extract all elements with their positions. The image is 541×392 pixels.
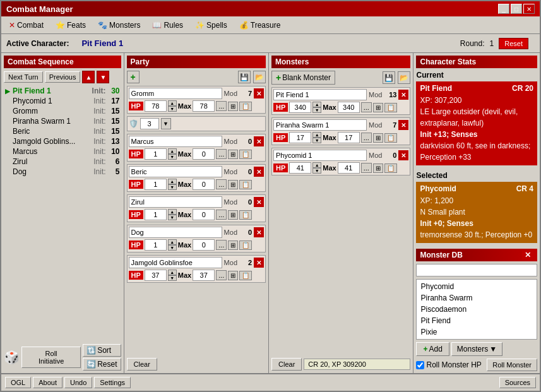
menu-treasure[interactable]: 💰 Treasure [235,19,285,32]
monster-hp-table-button[interactable]: ⊞ [373,133,383,143]
hp-down-button[interactable]: ▼ [168,215,177,220]
hp-down-button[interactable]: ▼ [168,245,177,251]
monster-hp-input[interactable] [289,162,311,174]
remove-char-button[interactable]: ✕ [254,197,264,207]
hp-book-button[interactable]: 📋 [239,210,252,220]
hp-up-button[interactable]: ▲ [168,179,177,184]
next-turn-button[interactable]: Next Turn [4,71,43,83]
hp-table-button[interactable]: ⊞ [228,271,238,280]
max-hp-input[interactable] [193,270,215,281]
monster-hp-dots-button[interactable]: ... [361,102,372,112]
blank-monster-button[interactable]: + Blank Monster [271,71,335,85]
hp-dots-button[interactable]: ... [216,101,227,111]
party-clear-button[interactable]: Clear [127,358,157,371]
hp-table-button[interactable]: ⊞ [228,241,238,250]
hp-input[interactable] [145,179,167,190]
monster-hp-up-button[interactable]: ▲ [312,132,321,138]
roll-initiative-button[interactable]: RollInitiative [21,347,81,368]
max-hp-input[interactable] [193,100,215,112]
monster-max-hp-input[interactable] [338,102,360,113]
combat-row[interactable]: ▶ Pit Fiend 1 Init: 30 [4,86,121,96]
monster-name-input[interactable] [273,119,367,131]
hp-table-button[interactable]: ⊞ [228,180,238,189]
hp-up-button[interactable]: ▲ [168,100,177,106]
remove-monster-button[interactable]: ✕ [398,150,408,160]
max-hp-input[interactable] [193,209,215,220]
monster-hp-up-button[interactable]: ▲ [312,102,321,107]
hp-input[interactable] [145,239,167,251]
monster-hp-table-button[interactable]: ⊞ [373,103,383,112]
combat-row[interactable]: Phycomid 1 Init: 17 [4,96,121,106]
hp-input[interactable] [145,148,167,160]
hp-table-button[interactable]: ⊞ [228,102,238,111]
menu-monsters[interactable]: 🐾 Monsters [93,19,145,32]
hp-book-button[interactable]: 📋 [239,241,252,250]
down-arrow-button[interactable]: ▼ [97,71,109,83]
sort-button[interactable]: 🔃 Sort [83,344,121,357]
monster-hp-dots-button[interactable]: ... [361,163,372,173]
hp-dots-button[interactable]: ... [216,210,227,220]
minimize-button[interactable]: _ [498,4,509,14]
hp-table-button[interactable]: ⊞ [228,210,238,220]
hp-book-button[interactable]: 📋 [239,150,252,159]
monster-hp-book-button[interactable]: 📋 [384,163,397,173]
monster-hp-input[interactable] [289,132,311,143]
monster-hp-book-button[interactable]: 📋 [384,133,397,143]
monster-hp-table-button[interactable]: ⊞ [373,163,383,173]
char-name-input[interactable] [129,196,222,208]
char-name-input[interactable] [129,166,222,177]
hp-dots-button[interactable]: ... [216,240,227,250]
undo-button[interactable]: Undo [64,377,92,388]
hp-input[interactable] [145,100,167,112]
monster-hp-down-button[interactable]: ▼ [312,168,321,174]
hp-down-button[interactable]: ▼ [168,154,177,160]
monster-max-hp-input[interactable] [338,132,360,143]
hp-book-button[interactable]: 📋 [239,180,252,189]
round-reset-button[interactable]: Reset [499,38,528,49]
max-hp-input[interactable] [193,239,215,251]
monsters-clear-button[interactable]: Clear [271,358,302,371]
hp-dots-button[interactable]: ... [216,179,227,189]
combat-row[interactable]: Piranha Swarm 1 Init: 15 [4,116,121,126]
combat-reset-button[interactable]: 🔄 Reset [83,358,121,371]
maximize-button[interactable]: □ [511,4,522,14]
monster-hp-input[interactable] [289,102,311,113]
monster-hp-down-button[interactable]: ▼ [312,138,321,143]
special-value-input[interactable] [140,118,159,129]
hp-up-button[interactable]: ▲ [168,239,177,245]
about-button[interactable]: About [33,377,62,388]
previous-button[interactable]: Previous [45,71,81,83]
remove-char-button[interactable]: ✕ [254,227,264,237]
menu-spells[interactable]: ✨ Spells [191,19,232,32]
hp-input[interactable] [145,270,167,281]
combat-row[interactable]: Gromm Init: 15 [4,106,121,116]
monster-hp-book-button[interactable]: 📋 [384,103,397,112]
settings-button[interactable]: Settings [94,377,131,388]
roll-monster-hp-checkbox[interactable] [416,361,424,369]
max-hp-input[interactable] [193,148,215,160]
combat-row[interactable]: Dog Init: 5 [4,167,121,177]
sources-button[interactable]: Sources [499,377,536,388]
three-dropdown[interactable]: ▼ [161,118,171,129]
monster-name-input[interactable] [273,150,367,161]
monsters-load-icon[interactable]: 📂 [398,71,410,84]
max-hp-input[interactable] [193,179,215,190]
char-name-input[interactable] [129,136,222,147]
hp-down-button[interactable]: ▼ [168,275,177,281]
remove-char-button[interactable]: ✕ [254,88,264,98]
add-monster-button[interactable]: + Add [416,342,449,356]
hp-table-button[interactable]: ⊞ [228,150,238,159]
remove-char-button[interactable]: ✕ [254,258,264,268]
combat-row[interactable]: Marcus Init: 10 [4,146,121,157]
db-list-item[interactable]: Piranha Swarm [418,292,535,304]
remove-monster-button[interactable]: ✕ [398,90,408,100]
hp-down-button[interactable]: ▼ [168,184,177,190]
char-name-input[interactable] [129,257,222,268]
menu-combat[interactable]: ✕ Combat [4,19,48,32]
monster-max-hp-input[interactable] [338,162,360,174]
remove-char-button[interactable]: ✕ [254,136,264,146]
monster-db-close-button[interactable]: ✕ [522,251,533,259]
monster-db-search[interactable] [416,264,537,276]
remove-monster-button[interactable]: ✕ [398,120,408,130]
add-party-button[interactable]: + [127,71,140,83]
